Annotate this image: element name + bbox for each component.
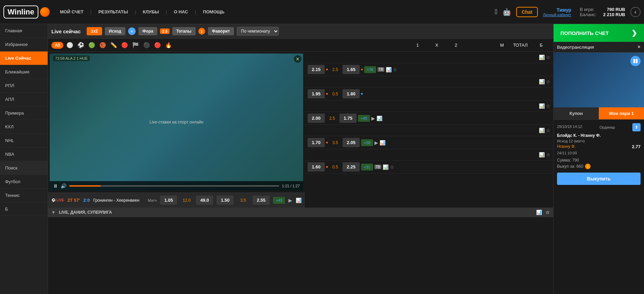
logo-text[interactable]: Winline (3, 5, 38, 19)
sidebar-item-football[interactable]: Футбол (0, 175, 48, 189)
odds-match-2[interactable]: 49.0 (196, 196, 213, 205)
r3-bar[interactable]: 📊 (376, 116, 382, 121)
video-preview[interactable] (554, 52, 644, 107)
video-panel-close[interactable]: × (637, 44, 641, 50)
user-name[interactable]: Тимур (543, 7, 571, 13)
sidebar-item-khl[interactable]: КХЛ (0, 120, 48, 134)
r4-o1[interactable]: 1.70 (308, 138, 325, 147)
r1-o1[interactable]: 2.15 (308, 65, 325, 74)
nav-my-account[interactable]: МОЙ СЧЕТ (60, 9, 84, 14)
star-icon-5[interactable]: ☆ (546, 152, 550, 157)
tab-fora[interactable]: Фора (138, 27, 158, 35)
sport-icon-red2[interactable]: 🔴 (153, 41, 162, 49)
deposit-button[interactable]: ПОПОЛНИТЬ СЧЕТ ❯ (554, 24, 644, 42)
star-icon-2[interactable]: ☆ (546, 79, 550, 84)
sidebar-item-rpl[interactable]: РПЛ (0, 79, 48, 93)
sidebar-item-nba[interactable]: NBA (0, 148, 48, 161)
fora-plus[interactable]: + (128, 27, 136, 35)
r3-play[interactable]: ▶ (371, 116, 375, 121)
sidebar-item-primera[interactable]: Примера (0, 106, 48, 120)
r1-bar[interactable]: 📊 (386, 67, 392, 72)
r3-plus[interactable]: +45 (358, 115, 370, 122)
tab-totals[interactable]: Тоталы (172, 27, 196, 35)
r1-star[interactable]: ☆ (393, 67, 397, 72)
cabinet-link[interactable]: Личный кабинет (543, 13, 571, 17)
play-pause-button[interactable]: ⏸ (53, 183, 58, 189)
progress-bar[interactable] (69, 185, 279, 187)
video-preview-play-icon[interactable] (630, 56, 641, 66)
r1-plus[interactable]: +76 (364, 66, 376, 73)
coupon-tab[interactable]: Купон (554, 107, 599, 119)
sidebar-item-apl[interactable]: АПЛ (0, 93, 48, 106)
nav-about[interactable]: О НАС (174, 9, 188, 14)
sidebar-item-upcoming[interactable]: Ближайшие (0, 65, 48, 79)
odds-plus-43[interactable]: +43 (273, 197, 285, 204)
r1-o2[interactable]: 1.65 (343, 65, 360, 74)
sport-icon-fire[interactable]: 🔥 (164, 41, 173, 49)
share-icon[interactable]: ⬆ (632, 123, 641, 131)
r2-o2[interactable]: 1.80 (343, 89, 360, 98)
nav-help[interactable]: ПОМОЩЬ (203, 9, 224, 14)
championship-filter[interactable]: По чемпионату (237, 27, 279, 36)
back-button[interactable]: ‹ (630, 7, 641, 17)
r4-o2[interactable]: 2.05 (343, 138, 360, 147)
android-icon[interactable]: 🤖 (503, 8, 511, 16)
bar-icon-bottom[interactable]: 📊 (296, 198, 301, 203)
chat-button[interactable]: Chat (516, 7, 538, 17)
sidebar-item-tennis[interactable]: Теннис (0, 189, 48, 202)
r5-star[interactable]: ☆ (390, 164, 394, 170)
sport-icon-flag[interactable]: 🏁 (131, 41, 140, 49)
r3-o1[interactable]: 2.00 (308, 114, 325, 123)
odds-handicap-2[interactable]: 2.55 (252, 196, 270, 205)
r5-plus[interactable]: +31 (361, 164, 373, 170)
tab-favorite[interactable]: Фаворит (208, 27, 234, 35)
sidebar-item-nhl[interactable]: NHL (0, 134, 48, 148)
my-bets-tab[interactable]: Мои пари 1 (599, 107, 644, 119)
bar-icon-1[interactable]: 📊 (539, 55, 545, 60)
r5-o1[interactable]: 1.60 (308, 162, 325, 172)
odds-handicap-1[interactable]: 1.50 (216, 196, 234, 205)
sport-all[interactable]: All (51, 42, 63, 49)
sport-icon-circle2[interactable]: 🟢 (87, 41, 96, 49)
r4-play[interactable]: ▶ (374, 140, 378, 145)
r5-o2[interactable]: 2.25 (343, 162, 360, 172)
sport-icon-basketball[interactable]: 🏀 (98, 41, 107, 49)
video-player[interactable]: 73:58 ALA 2 1 HUE ✕ Live-ставки на спорт… (50, 54, 303, 191)
r3-o2[interactable]: 1.75 (339, 114, 357, 123)
r4-plus[interactable]: +38 (361, 139, 373, 146)
sport-icon-football[interactable]: ⚽ (76, 41, 85, 49)
star-icon-1[interactable]: ☆ (546, 55, 550, 60)
bar-icon-4[interactable]: 📊 (539, 128, 545, 133)
sport-icon-red1[interactable]: 🔴 (120, 41, 129, 49)
sidebar-item-search[interactable]: Поиск (0, 161, 48, 175)
section-star[interactable]: ☆ (545, 210, 550, 215)
bar-icon-2[interactable]: 📊 (539, 79, 545, 84)
bar-icon-5[interactable]: 📊 (539, 152, 545, 157)
sport-icon-gray[interactable]: ⚫ (142, 41, 151, 49)
sidebar-item-home[interactable]: Главная (0, 24, 48, 38)
bar-icon-3[interactable]: 📊 (539, 103, 545, 109)
nav-clubs[interactable]: КЛУБЫ (143, 9, 159, 14)
star-icon-4[interactable]: ☆ (546, 128, 550, 133)
r5-bar[interactable]: 📊 (383, 164, 388, 170)
buyout-button[interactable]: Выкупить (557, 173, 641, 185)
play-icon[interactable]: ▶ (288, 198, 292, 203)
sidebar-item-live[interactable]: Live Сейчас (0, 51, 48, 65)
tab-outcome[interactable]: Исход (105, 27, 125, 35)
volume-button[interactable]: 🔊 (61, 183, 66, 189)
tab-1x2[interactable]: 1x2 (87, 27, 102, 35)
r2-o1[interactable]: 1.95 (308, 89, 325, 98)
section-divider[interactable]: ▼ LIVE, ДАНИЯ, СУПЕРЛИГА 📊 ☆ (48, 208, 553, 217)
nav-results[interactable]: РЕЗУЛЬТАТЫ (98, 9, 128, 14)
odds-rows: 📊 ☆ 2.15 2.5 1.65 +76 ТВ 📊 ☆ (305, 52, 553, 208)
info-icon[interactable]: i (585, 164, 591, 169)
sidebar-item-favorites[interactable]: Избранное (0, 38, 48, 51)
star-icon-3[interactable]: ☆ (546, 103, 550, 109)
section-bar-icon[interactable]: 📊 (536, 210, 542, 215)
apple-icon[interactable]:  (495, 8, 497, 16)
r4-bar[interactable]: 📊 (380, 140, 385, 145)
sidebar-item-b[interactable]: Б (0, 202, 48, 216)
odds-match-1[interactable]: 1.05 (160, 196, 177, 205)
sport-icon-circle[interactable]: ⚪ (65, 41, 74, 49)
sport-icon-pencil[interactable]: ✏️ (109, 41, 118, 49)
